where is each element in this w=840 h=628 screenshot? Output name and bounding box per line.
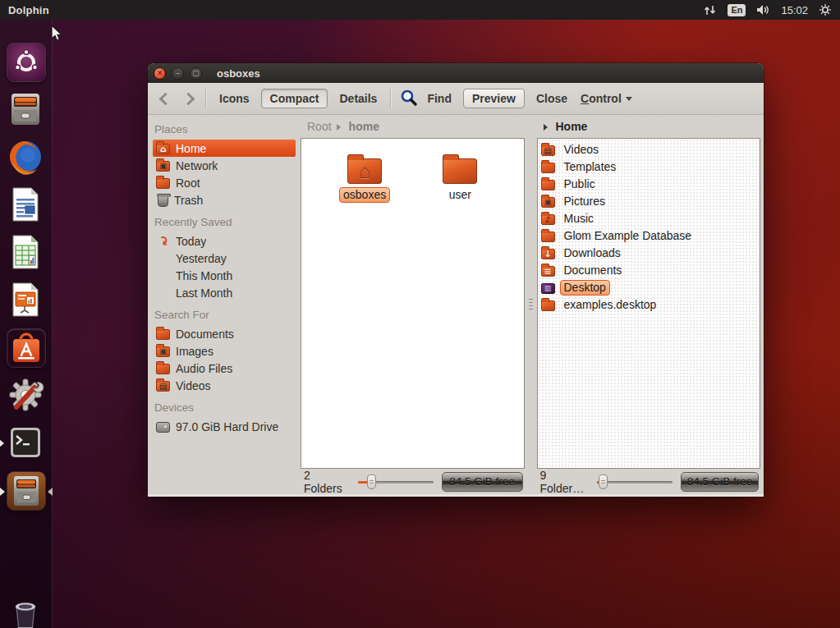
network-updown-arrows-icon[interactable] (704, 4, 717, 16)
sidebar-item-label: 97.0 GiB Hard Drive (176, 420, 278, 433)
folder-icon (156, 178, 170, 189)
sidebar-item-this-month[interactable]: This Month (153, 267, 296, 284)
file-row-label: Videos (560, 142, 604, 158)
right-view[interactable]: VideosTemplatesPublicPicturesMusicGlom E… (537, 138, 761, 469)
find-icon[interactable] (400, 89, 418, 109)
sidebar-item-label: Last Month (176, 286, 232, 300)
left-breadcrumb[interactable]: Roothome (301, 115, 525, 138)
back-button[interactable] (159, 92, 172, 105)
right-zoom-slider[interactable] (597, 474, 672, 489)
sidebar-item-label: Root (176, 176, 200, 190)
folder-docs-icon (541, 266, 555, 277)
dolphin-file-manager-launcher-icon[interactable] (7, 471, 46, 511)
desktop-tile-icon (541, 283, 555, 294)
minimize-window-button[interactable]: – (172, 67, 184, 80)
sidebar-item-network[interactable]: Network (153, 157, 296, 174)
right-statusbar: 9 Folder… 84.5 GiB free (537, 469, 761, 494)
sidebar-section-header: Recently Saved (154, 216, 294, 228)
sidebar-item-documents[interactable]: Documents (153, 325, 296, 342)
forward-button[interactable] (182, 92, 195, 105)
file-row-videos[interactable]: Videos (541, 141, 757, 158)
titlebar[interactable]: ✕ – ▢ osboxes (148, 63, 764, 83)
folder-image-icon (156, 346, 170, 357)
sidebar-item-audio-files[interactable]: Audio Files (153, 360, 296, 377)
files-launcher-icon[interactable] (7, 90, 46, 130)
window-body: PlacesHomeNetworkRootTrashRecently Saved… (148, 115, 764, 494)
libreoffice-impress-launcher-icon[interactable] (7, 281, 46, 320)
sidebar-item-home[interactable]: Home (153, 140, 296, 157)
clock[interactable]: 15:02 (781, 4, 808, 16)
keyboard-layout-indicator[interactable]: En (728, 4, 746, 16)
folder-video-icon (156, 381, 170, 392)
libreoffice-calc-launcher-icon[interactable] (7, 233, 46, 273)
breadcrumb-segment[interactable]: home (349, 120, 379, 133)
file-row-desktop[interactable]: Desktop (541, 279, 757, 296)
folder-image-icon (541, 197, 555, 208)
sidebar-item-images[interactable]: Images (153, 342, 296, 360)
file-row-label: Documents (560, 263, 627, 278)
file-row-label: Music (560, 211, 599, 227)
sidebar-item-label: Images (176, 345, 213, 358)
folder-item-user[interactable]: user (425, 154, 495, 203)
file-row-pictures[interactable]: Pictures (541, 193, 757, 210)
close-window-button[interactable]: ✕ (154, 67, 166, 80)
sidebar-item-97-0-gib-hard-drive[interactable]: 97.0 GiB Hard Drive (153, 418, 296, 435)
file-row-glom-example-database[interactable]: Glom Example Database (541, 227, 757, 245)
icons-view-button[interactable]: Icons (215, 89, 254, 108)
folder-item-osboxes[interactable]: osboxes (329, 154, 400, 203)
preview-button[interactable]: Preview (463, 89, 525, 108)
sidebar-item-label: This Month (176, 269, 232, 282)
dash-home-launcher-icon[interactable] (7, 43, 46, 82)
left-zoom-slider[interactable] (358, 474, 434, 489)
breadcrumb-segment[interactable]: Home (556, 120, 588, 133)
toolbar: Icons Compact Details Find Preview Close… (148, 83, 764, 115)
sidebar-item-root[interactable]: Root (153, 174, 296, 191)
sidebar-item-videos[interactable]: Videos (153, 377, 296, 394)
sidebar-item-label: Audio Files (176, 362, 232, 375)
details-view-button[interactable]: Details (335, 89, 381, 108)
folder-network-icon (156, 161, 170, 172)
control-menu-button[interactable]: Control (579, 89, 634, 108)
sidebar-item-last-month[interactable]: Last Month (153, 284, 296, 301)
dolphin-window: ✕ – ▢ osboxes Icons Compact Details Find… (148, 63, 764, 497)
libreoffice-writer-launcher-icon[interactable] (7, 186, 46, 225)
slider-handle[interactable] (599, 474, 608, 489)
sidebar-item-label: Yesterday (176, 252, 227, 265)
find-button[interactable]: Find (423, 89, 456, 108)
window-title: osboxes (217, 67, 260, 80)
breadcrumb-segment[interactable]: Root (307, 120, 332, 133)
sidebar-item-label: Home (176, 142, 206, 155)
system-settings-launcher-icon[interactable] (7, 376, 46, 415)
file-row-examples-desktop[interactable]: examples.desktop (541, 296, 757, 314)
today-arrow-icon (156, 236, 170, 247)
folder-icon (156, 329, 170, 340)
pane-splitter[interactable] (528, 115, 534, 494)
file-row-documents[interactable]: Documents (541, 262, 757, 279)
software-center-launcher-icon[interactable] (7, 328, 46, 368)
active-app-name: Dolphin (8, 4, 49, 16)
blank-icon (156, 288, 170, 299)
file-row-public[interactable]: Public (541, 176, 757, 193)
file-row-downloads[interactable]: Downloads (541, 245, 757, 262)
firefox-launcher-icon[interactable] (7, 138, 46, 177)
slider-handle[interactable] (367, 474, 376, 489)
system-tray: En 15:02 (704, 3, 832, 16)
trash-launcher-icon[interactable] (7, 597, 46, 628)
left-view[interactable]: osboxesuser (301, 138, 525, 469)
terminal-launcher-icon[interactable] (7, 424, 46, 463)
right-breadcrumb[interactable]: Home (537, 115, 761, 138)
places-panel: PlacesHomeNetworkRootTrashRecently Saved… (148, 115, 297, 494)
compact-view-button[interactable]: Compact (261, 89, 328, 108)
left-pane: Roothome osboxesuser 2 Folders 84.5 GiB … (297, 115, 528, 494)
volume-icon[interactable] (756, 4, 770, 16)
sidebar-item-today[interactable]: Today (153, 232, 296, 250)
sidebar-item-trash[interactable]: Trash (153, 191, 296, 209)
file-row-templates[interactable]: Templates (541, 158, 757, 176)
maximize-window-button[interactable]: ▢ (190, 67, 202, 80)
sidebar-item-yesterday[interactable]: Yesterday (153, 250, 296, 267)
folder-download-icon (541, 249, 555, 259)
session-gear-icon[interactable] (819, 3, 832, 16)
sidebar-item-label: Network (176, 159, 218, 172)
file-row-music[interactable]: Music (541, 210, 757, 227)
close-split-button[interactable]: Close (532, 89, 571, 108)
